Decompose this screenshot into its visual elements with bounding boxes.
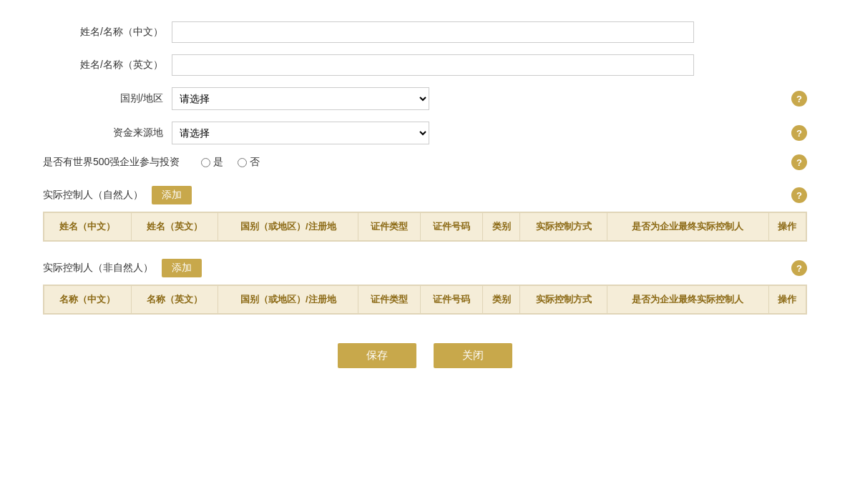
section1-col-9: 操作 — [768, 213, 806, 241]
country-select[interactable]: 请选择 — [172, 87, 429, 110]
bottom-buttons: 保存 关闭 — [43, 343, 807, 368]
fund-source-select[interactable]: 请选择 — [172, 122, 429, 144]
section2-title: 实际控制人（非自然人） — [43, 262, 153, 275]
name-cn-input[interactable] — [172, 21, 694, 43]
close-button[interactable]: 关闭 — [434, 343, 512, 368]
world500-label: 是否有世界500强企业参与投资 — [43, 156, 180, 169]
section1-col-7: 实际控制方式 — [520, 213, 607, 241]
save-button[interactable]: 保存 — [338, 343, 416, 368]
section1-col-5: 证件号码 — [421, 213, 483, 241]
section2-col-2: 名称（英文） — [131, 286, 218, 314]
radio-yes-label[interactable]: 是 — [201, 156, 223, 169]
section2-col-6: 类别 — [483, 286, 520, 314]
section2-col-3: 国别（或地区）/注册地 — [218, 286, 358, 314]
section2-col-4: 证件类型 — [358, 286, 421, 314]
world500-help-icon[interactable]: ? — [791, 154, 807, 170]
name-cn-label: 姓名/名称（中文） — [43, 26, 172, 39]
section1-col-2: 姓名（英文） — [131, 213, 218, 241]
section2-col-8: 是否为企业最终实际控制人 — [607, 286, 768, 314]
fund-source-help-icon[interactable]: ? — [791, 125, 807, 141]
country-help-icon[interactable]: ? — [791, 91, 807, 107]
radio-no-label[interactable]: 否 — [238, 156, 260, 169]
radio-yes[interactable] — [201, 158, 210, 167]
section2-col-9: 操作 — [768, 286, 806, 314]
section1-col-8: 是否为企业最终实际控制人 — [607, 213, 768, 241]
section2-col-7: 实际控制方式 — [520, 286, 607, 314]
section1-add-button[interactable]: 添加 — [152, 186, 192, 204]
radio-yes-text: 是 — [213, 156, 223, 169]
country-label: 国别/地区 — [43, 92, 172, 105]
section2-col-5: 证件号码 — [421, 286, 483, 314]
radio-no[interactable] — [238, 158, 247, 167]
section2-help-icon[interactable]: ? — [791, 260, 807, 276]
fund-source-label: 资金来源地 — [43, 127, 172, 139]
section1-help-icon[interactable]: ? — [791, 187, 807, 203]
section1-col-3: 国别（或地区）/注册地 — [218, 213, 358, 241]
section2-table-container: 名称（中文） 名称（英文） 国别（或地区）/注册地 证件类型 证件号码 类别 实… — [43, 285, 807, 315]
section1-title: 实际控制人（自然人） — [43, 189, 143, 202]
section1-table: 姓名（中文） 姓名（英文） 国别（或地区）/注册地 证件类型 证件号码 类别 实… — [44, 212, 806, 241]
section2-add-button[interactable]: 添加 — [162, 259, 202, 277]
section2-col-1: 名称（中文） — [44, 286, 132, 314]
section2-table: 名称（中文） 名称（英文） 国别（或地区）/注册地 证件类型 证件号码 类别 实… — [44, 285, 806, 314]
name-en-label: 姓名/名称（英文） — [43, 59, 172, 71]
section1-col-6: 类别 — [483, 213, 520, 241]
section1-table-container: 姓名（中文） 姓名（英文） 国别（或地区）/注册地 证件类型 证件号码 类别 实… — [43, 212, 807, 242]
name-en-input[interactable] — [172, 54, 694, 76]
radio-no-text: 否 — [250, 156, 260, 169]
section1-col-1: 姓名（中文） — [44, 213, 132, 241]
section1-col-4: 证件类型 — [358, 213, 421, 241]
